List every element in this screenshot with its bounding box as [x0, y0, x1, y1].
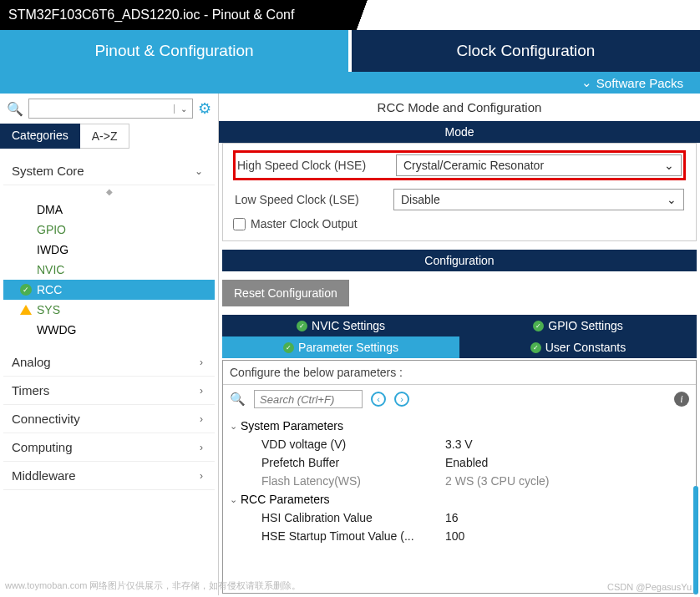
tab-az[interactable]: A->Z: [80, 124, 130, 149]
group-label: System Parameters: [241, 419, 343, 433]
master-clock-checkbox[interactable]: [233, 218, 246, 230]
panel-title: RCC Mode and Configuration: [219, 94, 700, 121]
group-timers[interactable]: Timers ›: [3, 377, 215, 405]
category-search[interactable]: ⌄: [28, 99, 193, 119]
group-system-core[interactable]: System Core ⌄: [3, 157, 215, 185]
gear-icon[interactable]: ⚙: [198, 99, 211, 118]
expand-icon: ⌄: [230, 494, 237, 505]
hse-row-highlight: High Speed Clock (HSE) Crystal/Ceramic R…: [233, 150, 686, 180]
chevron-right-icon: ›: [200, 385, 203, 397]
check-icon: ✓: [283, 342, 294, 353]
config-header: Configuration: [222, 250, 697, 271]
param-value: 3.3 V: [445, 438, 473, 451]
param-value: 16: [445, 511, 459, 524]
check-icon: ✓: [297, 321, 307, 331]
group-label: RCC Parameters: [241, 493, 330, 506]
software-packs-bar[interactable]: ⌄ Software Packs: [0, 72, 700, 94]
param-row: Flash Latency(WS) 2 WS (3 CPU cycle): [230, 472, 689, 490]
info-icon[interactable]: i: [674, 392, 689, 407]
chevron-down-icon: ⌄: [667, 193, 677, 206]
lse-value: Disable: [401, 193, 440, 206]
reset-config-button[interactable]: Reset Configuration: [222, 280, 349, 306]
category-search-input[interactable]: [29, 101, 174, 116]
chevron-right-icon: ›: [200, 442, 203, 453]
group-connectivity[interactable]: Connectivity ›: [3, 405, 215, 433]
tab-nvic-settings[interactable]: ✓ NVIC Settings: [222, 315, 459, 336]
master-clock-label: Master Clock Output: [251, 217, 358, 230]
scroll-handle-icon[interactable]: ◆: [3, 185, 215, 198]
tab-clock[interactable]: Clock Configuration: [352, 30, 700, 72]
warning-icon: [20, 305, 32, 315]
param-key: HSI Calibration Value: [261, 511, 445, 524]
param-search-input[interactable]: [254, 390, 363, 408]
lse-select[interactable]: Disable ⌄: [393, 189, 684, 210]
check-icon: ✓: [533, 321, 544, 331]
group-label: Computing: [12, 440, 73, 454]
chevron-right-icon: ›: [200, 413, 203, 425]
item-sys[interactable]: SYS: [3, 300, 215, 320]
item-gpio[interactable]: GPIO: [3, 220, 215, 240]
group-label: Timers: [12, 383, 49, 397]
watermark-right: CSDN @PegasusYu: [607, 582, 692, 592]
item-iwdg[interactable]: IWDG: [3, 240, 215, 260]
group-label: Analog: [12, 355, 51, 369]
search-icon[interactable]: 🔍: [7, 101, 23, 117]
item-wwdg[interactable]: WWDG: [3, 320, 215, 340]
group-rcc-parameters[interactable]: ⌄ RCC Parameters: [230, 490, 689, 508]
chevron-down-icon: ⌄: [664, 159, 674, 172]
group-label: Middleware: [12, 468, 76, 483]
check-circle-icon: ✓: [20, 284, 32, 296]
item-label: RCC: [37, 283, 62, 296]
search-icon[interactable]: 🔍: [230, 392, 246, 407]
chevron-right-icon: ›: [200, 470, 203, 482]
lse-label: Low Speed Clock (LSE): [235, 193, 393, 206]
window-title-bar: STM32F103C6T6_ADS1220.ioc - Pinout & Con…: [0, 0, 700, 30]
group-analog[interactable]: Analog ›: [3, 348, 215, 377]
chevron-down-icon: ⌄: [195, 165, 203, 177]
param-row[interactable]: HSI Calibration Value 16: [230, 508, 689, 527]
param-hint: Configure the below parameters :: [223, 361, 696, 385]
param-value: 100: [445, 529, 464, 543]
tab-label: NVIC Settings: [312, 319, 385, 332]
check-icon: ✓: [530, 342, 541, 353]
item-rcc[interactable]: ✓ RCC: [3, 280, 215, 300]
window-title: STM32F103C6T6_ADS1220.ioc - Pinout & Con…: [8, 8, 294, 23]
next-button[interactable]: ›: [394, 392, 409, 407]
item-dma[interactable]: DMA: [3, 200, 215, 220]
group-label: System Core: [12, 164, 84, 178]
tab-gpio-settings[interactable]: ✓ GPIO Settings: [459, 315, 697, 336]
item-label: SYS: [37, 303, 60, 316]
param-row[interactable]: Prefetch Buffer Enabled: [230, 453, 689, 472]
prev-button[interactable]: ‹: [371, 392, 386, 407]
chevron-right-icon: ›: [200, 357, 203, 368]
mode-header: Mode: [219, 121, 700, 143]
tab-user-constants[interactable]: ✓ User Constants: [459, 336, 697, 358]
param-row[interactable]: VDD voltage (V) 3.3 V: [230, 435, 689, 453]
tab-label: User Constants: [545, 341, 626, 354]
param-value: Enabled: [445, 456, 488, 469]
left-panel: 🔍 ⌄ ⚙ Categories A->Z System Core ⌄ ◆ DM…: [0, 94, 219, 595]
group-computing[interactable]: Computing ›: [3, 433, 215, 462]
tab-categories[interactable]: Categories: [0, 124, 80, 149]
group-label: Connectivity: [12, 412, 80, 426]
tab-pinout[interactable]: Pinout & Configuration: [0, 30, 348, 72]
group-system-parameters[interactable]: ⌄ System Parameters: [230, 417, 689, 435]
param-key: Flash Latency(WS): [261, 474, 445, 488]
param-key: HSE Startup Timout Value (...: [261, 529, 445, 543]
group-middleware[interactable]: Middleware ›: [3, 462, 215, 490]
hse-label: High Speed Clock (HSE): [237, 159, 396, 172]
main-tabs: Pinout & Configuration Clock Configurati…: [0, 30, 700, 72]
tab-label: Parameter Settings: [298, 341, 398, 354]
tab-parameter-settings[interactable]: ✓ Parameter Settings: [222, 336, 459, 358]
param-value: 2 WS (3 CPU cycle): [445, 474, 549, 488]
peripheral-tree: System Core ⌄ ◆ DMA GPIO IWDG NVIC ✓ RCC…: [0, 149, 218, 595]
item-nvic[interactable]: NVIC: [3, 260, 215, 280]
search-dropdown-icon[interactable]: ⌄: [174, 104, 192, 114]
param-key: Prefetch Buffer: [261, 456, 445, 469]
expand-icon: ⌄: [230, 421, 237, 432]
scrollbar-thumb[interactable]: [693, 486, 698, 594]
param-row[interactable]: HSE Startup Timout Value (... 100: [230, 527, 689, 545]
right-panel: RCC Mode and Configuration Mode High Spe…: [219, 94, 700, 595]
hse-select[interactable]: Crystal/Ceramic Resonator ⌄: [396, 154, 682, 176]
chevron-down-icon: ⌄: [581, 75, 592, 90]
